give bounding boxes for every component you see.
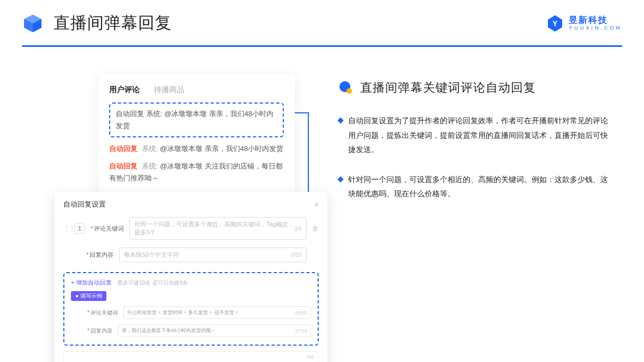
auto-reply-tag: 自动回复: [109, 162, 138, 170]
system-label: 系统:: [142, 162, 158, 170]
comments-card: 用户评论 待播商品 自动回复 系统: @冰墩墩本墩 亲亲，我们48小时内发货 自…: [98, 74, 295, 196]
input-placeholder: 每条限50个中文字符: [124, 251, 178, 259]
example-section: + 增加自动回复 最多可建10条 还可以创建9条 ● 填写示例 *评论关键词 什…: [63, 272, 319, 346]
auto-reply-tag: 自动回复: [109, 144, 138, 153]
svg-point-5: [347, 88, 352, 94]
tab-pending-products[interactable]: 待播商品: [154, 85, 184, 95]
example-keyword-input[interactable]: 什么时候发货 发货时间 多久发货 还不发货 20/50: [123, 306, 311, 319]
add-auto-reply-link[interactable]: + 增加自动回复: [71, 279, 112, 286]
keyword-chip[interactable]: 还不发货: [214, 309, 238, 316]
logo-text-cn: 昱新科技: [569, 16, 622, 25]
trash-icon[interactable]: 🗑: [312, 225, 319, 232]
keyword-chip[interactable]: 什么时候发货: [127, 309, 160, 316]
content-input[interactable]: 每条限50个中文字符 0/50: [119, 248, 307, 262]
diamond-icon: [337, 117, 343, 123]
keyword-chip[interactable]: 发货时间: [163, 309, 186, 316]
char-count: 0/50: [291, 252, 302, 258]
logo-icon: Y: [546, 14, 564, 33]
example-pill: ● 填写示例: [71, 291, 106, 301]
input-placeholder: 对同一个问题，可设置多个相近、高频的关键词，Tag确定，最多5个: [134, 220, 294, 237]
keyword-input[interactable]: 对同一个问题，可设置多个相近、高频的关键词，Tag确定，最多5个 0/5: [129, 217, 307, 240]
tab-user-comments[interactable]: 用户评论: [109, 85, 140, 95]
close-icon[interactable]: ×: [314, 200, 319, 209]
drag-handle-icon[interactable]: ⋮⋮: [63, 225, 69, 232]
logo-text-en: YUUXIN.COM: [569, 26, 622, 31]
page-title: 直播间弹幕回复: [53, 12, 172, 34]
keyword-chip[interactable]: 多久发货: [188, 309, 212, 316]
diamond-icon: [337, 176, 343, 182]
bullet-item: 针对同一个问题，可设置多个相近的、高频的关键词。例如：这款多少钱、这块能优惠吗、…: [338, 172, 622, 201]
bullet-text: 自动回复设置为了提升作者的评论回复效率，作者可在开播前针对常见的评论用户问题，提…: [348, 113, 611, 157]
connector-line: [295, 112, 309, 113]
example-content-value: 亲，我们这边都是下单48小时内发货的哦～: [122, 327, 216, 334]
comment-row: 自动回复 系统: @冰墩墩本墩 亲亲，我们48小时内发货: [109, 143, 284, 155]
keyword-label: 评论关键词: [94, 225, 124, 232]
bubble-icon: [338, 81, 353, 95]
brand-logo: Y 昱新科技 YUUXIN.COM: [546, 14, 622, 33]
char-count: 20/50: [295, 310, 307, 316]
system-label: 系统:: [142, 144, 158, 153]
example-keyword-label: 评论关键词: [91, 310, 118, 316]
system-label: 系统:: [146, 110, 163, 118]
char-count: 37/50: [295, 328, 307, 334]
settings-title: 自动回复设置: [63, 200, 106, 209]
example-content-label: 回复内容: [91, 328, 112, 334]
auto-reply-settings-card: 自动回复设置 × ⋮⋮ 1 *评论关键词 对同一个问题，可设置多个相近、高频的关…: [55, 192, 327, 362]
section-title: 直播间弹幕关键词评论自动回复: [360, 80, 536, 96]
add-hint: 最多可建10条 还可以创建9条: [117, 280, 188, 286]
example-content-input[interactable]: 亲，我们这边都是下单48小时内发货的哦～ 37/50: [118, 324, 311, 337]
bullet-text: 针对同一个问题，可设置多个相近的、高频的关键词。例如：这款多少钱、这块能优惠吗、…: [348, 172, 611, 201]
index-box: 1: [74, 223, 85, 234]
bullet-item: 自动回复设置为了提升作者的评论回复效率，作者可在开播前针对常见的评论用户问题，提…: [338, 113, 622, 157]
cube-icon: [22, 13, 44, 34]
auto-reply-tag: 自动回复: [116, 110, 144, 118]
comment-text: @冰墩墩本墩 亲亲，我们48小时内发货: [160, 144, 283, 153]
char-count: 0/5: [294, 226, 302, 232]
comment-row: 自动回复 系统: @冰墩墩本墩 关注我们的店铺，每日都有热门推荐呦～: [109, 160, 284, 184]
content-label: 回复内容: [90, 251, 114, 258]
highlighted-comment: 自动回复 系统: @冰墩墩本墩 亲亲，我们48小时内发货: [109, 102, 284, 137]
ghost-input: /50: [63, 351, 319, 362]
svg-text:Y: Y: [553, 19, 558, 28]
